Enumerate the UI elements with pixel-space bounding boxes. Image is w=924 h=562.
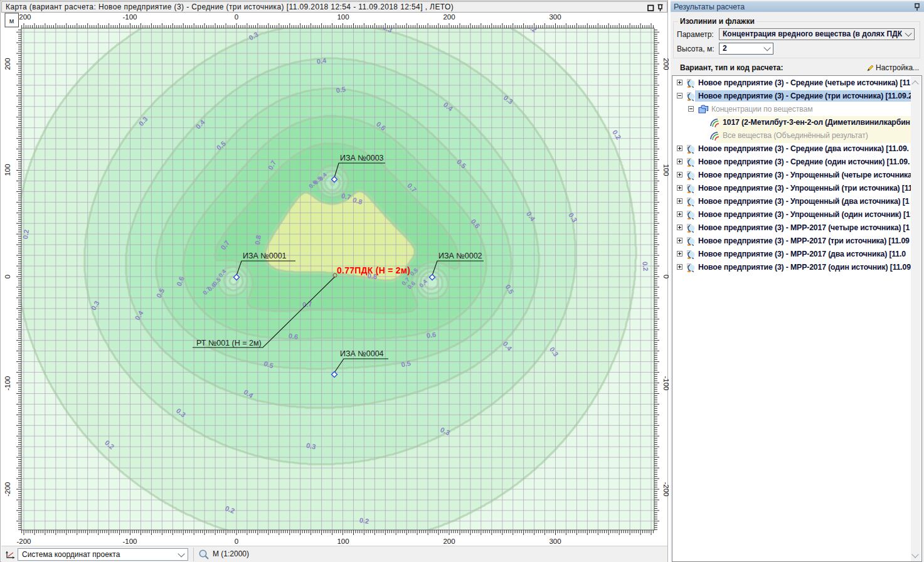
svg-text:0.4: 0.4 xyxy=(316,56,327,65)
svg-text:-200: -200 xyxy=(662,482,669,496)
svg-text:0: 0 xyxy=(235,13,238,21)
svg-text:0.2: 0.2 xyxy=(641,262,649,272)
svg-text:0: 0 xyxy=(4,275,11,278)
svg-text:200: 200 xyxy=(662,58,669,70)
svg-text:100: 100 xyxy=(662,164,669,176)
svg-text:-100: -100 xyxy=(122,538,137,545)
svg-text:200: 200 xyxy=(4,58,11,70)
svg-text:0.8: 0.8 xyxy=(253,235,262,245)
svg-text:-100: -100 xyxy=(122,13,137,21)
svg-text:0.6: 0.6 xyxy=(426,331,437,339)
svg-text:0.77ПДК (Н = 2м): 0.77ПДК (Н = 2м) xyxy=(337,265,410,275)
svg-text:100: 100 xyxy=(337,538,349,545)
svg-text:-100: -100 xyxy=(662,376,669,390)
svg-text:100: 100 xyxy=(4,164,11,176)
svg-text:ИЗА №0004: ИЗА №0004 xyxy=(340,349,384,358)
svg-text:ИЗА №0001: ИЗА №0001 xyxy=(243,252,287,260)
svg-text:ИЗА №0003: ИЗА №0003 xyxy=(340,154,384,162)
svg-text:РТ №001 (Н = 2м): РТ №001 (Н = 2м) xyxy=(196,339,262,347)
svg-text:-100: -100 xyxy=(4,376,11,390)
svg-text:300: 300 xyxy=(549,13,561,21)
svg-text:м: м xyxy=(9,17,14,24)
svg-text:0: 0 xyxy=(662,275,669,278)
svg-text:300: 300 xyxy=(549,538,561,545)
svg-text:0: 0 xyxy=(235,538,238,545)
svg-text:ИЗА №0002: ИЗА №0002 xyxy=(438,252,482,260)
svg-text:0.2: 0.2 xyxy=(21,229,30,240)
svg-text:100: 100 xyxy=(337,13,349,21)
svg-text:200: 200 xyxy=(443,13,455,21)
svg-text:0.2: 0.2 xyxy=(359,516,369,525)
svg-text:-200: -200 xyxy=(4,482,11,496)
svg-text:-200: -200 xyxy=(16,538,31,545)
svg-text:0.6: 0.6 xyxy=(288,332,299,341)
svg-text:200: 200 xyxy=(443,538,455,545)
